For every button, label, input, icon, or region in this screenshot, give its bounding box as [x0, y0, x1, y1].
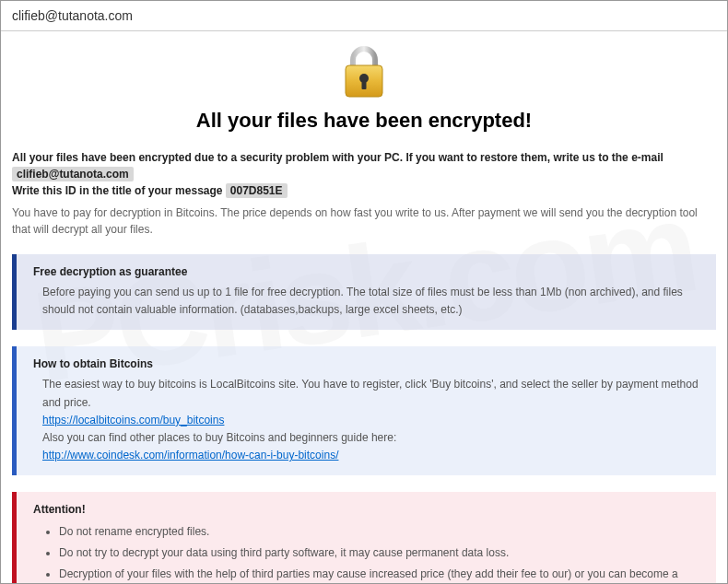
bitcoins-text2: Also you can find other places to buy Bi…	[42, 431, 396, 444]
bitcoins-title: How to obtain Bitcoins	[33, 357, 699, 370]
attention-title: Attention!	[33, 503, 699, 516]
intro-line2: Write this ID in the title of your messa…	[12, 184, 226, 197]
svg-rect-2	[362, 80, 367, 89]
main-heading: All your files have been encrypted!	[12, 109, 716, 133]
sub-intro-text: You have to pay for decryption in Bitcoi…	[12, 204, 716, 238]
window-title: clifieb@tutanota.com	[12, 8, 133, 23]
lock-icon	[12, 45, 716, 101]
guarantee-text: Before paying you can send us up to 1 fi…	[42, 284, 699, 319]
attention-panel: Attention! Do not rename encrypted files…	[12, 492, 716, 584]
content-area: All your files have been encrypted! All …	[1, 31, 727, 584]
guarantee-title: Free decryption as guarantee	[33, 265, 699, 278]
contact-email: clifieb@tutanota.com	[12, 167, 134, 181]
message-id: 007D851E	[226, 183, 288, 198]
bitcoins-link2[interactable]: http://www.coindesk.com/information/how-…	[42, 449, 338, 461]
guarantee-panel: Free decryption as guarantee Before payi…	[12, 254, 716, 330]
attention-item: Do not rename encrypted files.	[59, 521, 699, 543]
window-titlebar: clifieb@tutanota.com	[1, 1, 727, 31]
bitcoins-panel: How to obtain Bitcoins The easiest way t…	[12, 346, 716, 475]
bitcoins-link1[interactable]: https://localbitcoins.com/buy_bitcoins	[42, 414, 224, 426]
attention-list: Do not rename encrypted files. Do not tr…	[59, 521, 699, 584]
attention-item: Decryption of your files with the help o…	[59, 564, 699, 584]
intro-line1: All your files have been encrypted due t…	[12, 151, 663, 164]
intro-text: All your files have been encrypted due t…	[12, 149, 716, 199]
attention-item: Do not try to decrypt your data using th…	[59, 543, 699, 564]
bitcoins-text1: The easiest way to buy bitcoins is Local…	[42, 378, 699, 408]
